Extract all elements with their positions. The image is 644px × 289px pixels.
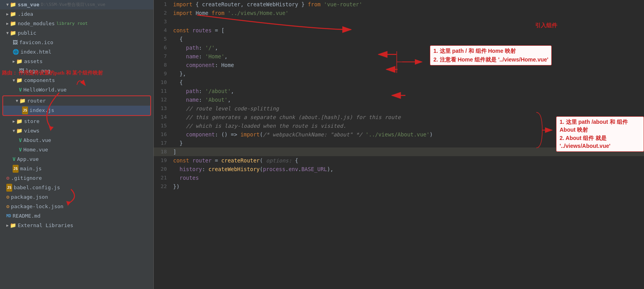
line-content-8: component: Home xyxy=(172,61,644,69)
collapse-arrow-idea: ▶ xyxy=(6,10,9,18)
code-line-16: 16 component: () => import(/* webpackChu… xyxy=(154,130,644,139)
json-icon-lock: ⚙ xyxy=(6,203,9,211)
sidebar-item-components[interactable]: ▼ 📁 components xyxy=(0,76,153,85)
sidebar-item-index-html[interactable]: 🌐 index.html xyxy=(0,47,153,57)
sidebar-item-about-vue[interactable]: V About.vue xyxy=(0,136,153,145)
code-line-6: 6 path: '/', xyxy=(154,43,644,52)
code-line-19: 19 const router = createRouter( options:… xyxy=(154,156,644,165)
file-icon-favicon: 🖼 xyxy=(13,39,18,47)
sidebar-item-home-vue[interactable]: V Home.vue xyxy=(0,145,153,155)
line-num-14: 14 xyxy=(154,113,172,121)
idea-label: .idea xyxy=(18,10,33,18)
project-path: D:\SSM-Vue整合项目\ssm_vue xyxy=(41,1,105,9)
code-line-5: 5 { xyxy=(154,35,644,43)
vue-icon-helloworld: V xyxy=(19,86,22,94)
js-icon-index: JS xyxy=(22,106,28,114)
code-editor: 1 import { createRouter, createWebHistor… xyxy=(154,0,644,289)
sidebar-item-index-js[interactable]: JS index.js xyxy=(3,106,150,115)
line-content-20: history: createWebHistory(process.env.BA… xyxy=(172,165,644,173)
line-num-19: 19 xyxy=(154,156,172,165)
code-line-17: 17 } xyxy=(154,139,644,147)
public-label: public xyxy=(18,29,36,37)
line-content-11: path: '/about', xyxy=(172,87,644,95)
sidebar-item-readme[interactable]: MD README.md xyxy=(0,211,153,221)
collapse-arrow-assets: ▶ xyxy=(13,58,15,65)
sidebar-item-package-lock[interactable]: ⚙ package-lock.json xyxy=(0,202,153,211)
favicon-label: favicon.ico xyxy=(19,39,53,47)
collapse-arrow-node: ▶ xyxy=(6,20,9,28)
file-tree-sidebar[interactable]: ▼ 📁 ssm_vue D:\SSM-Vue整合项目\ssm_vue ▶ 📁 .… xyxy=(0,0,154,289)
folder-icon-public: 📁 xyxy=(10,29,16,37)
index-js-label: index.js xyxy=(30,106,54,114)
sidebar-item-favicon[interactable]: 🖼 favicon.ico xyxy=(0,38,153,47)
collapse-arrow: ▼ xyxy=(6,1,9,9)
folder-icon-idea: 📁 xyxy=(10,10,16,18)
line-content-13: // route level code-splitting xyxy=(172,104,644,113)
line-content-9: }, xyxy=(172,69,644,78)
gitignore-label: .gitignore xyxy=(11,174,42,182)
line-num-4: 4 xyxy=(154,26,172,35)
code-line-20: 20 history: createWebHistory(process.env… xyxy=(154,165,644,173)
collapse-arrow-store: ▶ xyxy=(13,117,15,125)
project-root[interactable]: ▼ 📁 ssm_vue D:\SSM-Vue整合项目\ssm_vue xyxy=(0,0,153,9)
helloworld-label: HelloWorld.vue xyxy=(23,86,67,94)
sidebar-item-gitignore[interactable]: ⚙ .gitignore xyxy=(0,173,153,183)
router-folder-highlighted: ▼ 📁 router JS index.js xyxy=(2,95,151,116)
package-json-label: package.json xyxy=(11,193,48,201)
sidebar-item-views[interactable]: ▼ 📁 views xyxy=(0,126,153,136)
line-content-6: path: '/', xyxy=(172,43,644,52)
logo-label: logo.png xyxy=(26,67,50,75)
sidebar-item-assets[interactable]: ▶ 📁 assets xyxy=(0,57,153,66)
sidebar-item-public[interactable]: ▼ 📁 public xyxy=(0,28,153,38)
line-num-2: 2 xyxy=(154,9,172,17)
code-line-10: 10 { xyxy=(154,78,644,87)
components-label: components xyxy=(24,76,55,84)
babel-label: babel.config.js xyxy=(14,184,60,192)
line-content-5: { xyxy=(172,35,644,43)
line-num-8: 8 xyxy=(154,61,172,69)
vue-icon-about: V xyxy=(19,136,22,144)
index-html-label: index.html xyxy=(21,48,51,56)
code-line-4: 4 const routes = [ xyxy=(154,26,644,35)
sidebar-item-package-json[interactable]: ⚙ package.json xyxy=(0,192,153,202)
js-icon-main: JS xyxy=(13,165,19,173)
code-line-3: 3 xyxy=(154,17,644,26)
collapse-arrow-router: ▼ xyxy=(16,97,18,105)
project-name: ssm_vue xyxy=(18,1,39,9)
sidebar-item-router[interactable]: ▼ 📁 router xyxy=(3,96,150,106)
sidebar-item-app-vue[interactable]: V App.vue xyxy=(0,155,153,164)
folder-icon-store: 📁 xyxy=(16,117,22,125)
home-vue-label: Home.vue xyxy=(23,146,48,154)
line-num-18: 18 xyxy=(154,147,172,156)
sidebar-item-main-js[interactable]: JS main.js xyxy=(0,164,153,173)
line-num-20: 20 xyxy=(154,165,172,173)
line-content-21: routes xyxy=(172,173,644,182)
line-content-22: }) xyxy=(172,182,644,191)
assets-label: assets xyxy=(24,58,43,65)
sidebar-item-logo[interactable]: 🖼 logo.png xyxy=(0,66,153,76)
git-icon: ⚙ xyxy=(6,174,9,182)
sidebar-item-store[interactable]: ▶ 📁 store xyxy=(0,117,153,126)
app-vue-label: App.vue xyxy=(17,155,39,163)
sidebar-item-idea[interactable]: ▶ 📁 .idea xyxy=(0,9,153,19)
sidebar-item-babel[interactable]: JS babel.config.js xyxy=(0,183,153,192)
code-line-21: 21 routes xyxy=(154,173,644,182)
sidebar-item-node-modules[interactable]: ▶ 📁 node_modules library root xyxy=(0,19,153,28)
file-icon-html: 🌐 xyxy=(13,48,19,56)
router-label: router xyxy=(27,97,46,105)
folder-icon-node: 📁 xyxy=(10,20,16,28)
line-num-16: 16 xyxy=(154,130,172,139)
folder-icon-views: 📁 xyxy=(16,127,22,135)
code-line-11: 11 path: '/about', xyxy=(154,87,644,95)
sidebar-item-helloworld[interactable]: V HelloWorld.vue xyxy=(0,85,153,95)
json-icon-package: ⚙ xyxy=(6,193,9,201)
folder-icon-router: 📁 xyxy=(19,97,26,105)
line-content-12: name: 'About', xyxy=(172,95,644,104)
sidebar-item-ext-libs[interactable]: ▶ 📁 External Libraries xyxy=(0,221,153,230)
line-content-10: { xyxy=(172,78,644,87)
folder-icon-components: 📁 xyxy=(16,76,22,84)
line-content-17: } xyxy=(172,139,644,147)
ext-libs-label: External Libraries xyxy=(18,222,73,229)
line-num-10: 10 xyxy=(154,78,172,87)
line-content-2: import Home from '../views/Home.vue' xyxy=(172,9,644,17)
